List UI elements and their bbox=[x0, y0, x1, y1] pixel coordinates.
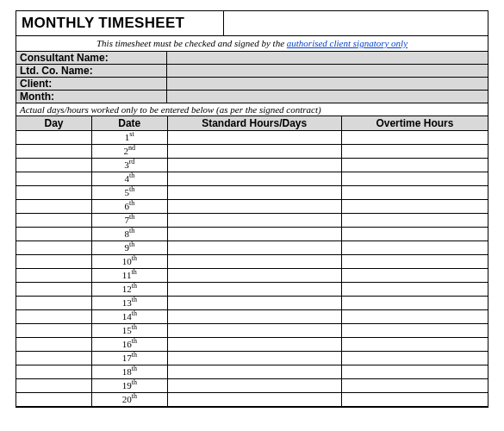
notice-link[interactable]: authorised client signatory only bbox=[287, 38, 408, 48]
cell-standard[interactable] bbox=[167, 269, 341, 283]
cell-overtime[interactable] bbox=[341, 186, 488, 200]
info-row-client: Client: bbox=[16, 78, 488, 91]
cell-standard[interactable] bbox=[167, 255, 341, 269]
cell-overtime[interactable] bbox=[341, 352, 488, 365]
cell-standard[interactable] bbox=[167, 338, 341, 352]
table-row: 16th bbox=[16, 338, 488, 352]
cell-standard[interactable] bbox=[167, 228, 341, 241]
cell-standard[interactable] bbox=[167, 365, 341, 379]
cell-day[interactable] bbox=[16, 379, 92, 393]
cell-overtime[interactable] bbox=[341, 228, 488, 241]
cell-date: 17th bbox=[92, 352, 168, 365]
cell-standard[interactable] bbox=[167, 145, 341, 159]
cell-standard[interactable] bbox=[167, 186, 341, 200]
timesheet-table: Day Date Standard Hours/Days Overtime Ho… bbox=[16, 116, 488, 407]
cell-date: 11th bbox=[92, 269, 168, 283]
cell-day[interactable] bbox=[16, 145, 92, 159]
ltdco-label: Ltd. Co. Name: bbox=[16, 65, 167, 77]
cell-standard[interactable] bbox=[167, 393, 341, 407]
table-row: 3rd bbox=[16, 159, 488, 172]
cell-overtime[interactable] bbox=[341, 283, 488, 297]
cell-overtime[interactable] bbox=[341, 393, 488, 407]
cell-day[interactable] bbox=[16, 365, 92, 379]
cell-date: 5th bbox=[92, 186, 168, 200]
cell-standard[interactable] bbox=[167, 283, 341, 297]
cell-overtime[interactable] bbox=[341, 200, 488, 214]
cell-date: 13th bbox=[92, 297, 168, 310]
cell-day[interactable] bbox=[16, 214, 92, 228]
cell-date: 3rd bbox=[92, 159, 168, 172]
cell-overtime[interactable] bbox=[341, 310, 488, 324]
cell-standard[interactable] bbox=[167, 352, 341, 365]
notice-plain: This timesheet must be checked and signe… bbox=[96, 38, 287, 48]
cell-day[interactable] bbox=[16, 200, 92, 214]
cell-standard[interactable] bbox=[167, 241, 341, 255]
cell-standard[interactable] bbox=[167, 297, 341, 310]
cell-day[interactable] bbox=[16, 352, 92, 365]
cell-overtime[interactable] bbox=[341, 324, 488, 338]
cell-overtime[interactable] bbox=[341, 159, 488, 172]
client-value[interactable] bbox=[167, 78, 488, 90]
month-label: Month: bbox=[16, 91, 167, 103]
month-value[interactable] bbox=[167, 91, 488, 103]
cell-day[interactable] bbox=[16, 283, 92, 297]
cell-overtime[interactable] bbox=[341, 379, 488, 393]
cell-overtime[interactable] bbox=[341, 145, 488, 159]
instruction-text: Actual days/hours worked only to be ente… bbox=[16, 103, 488, 116]
table-row: 14th bbox=[16, 310, 488, 324]
info-row-month: Month: bbox=[16, 91, 488, 103]
table-row: 6th bbox=[16, 200, 488, 214]
table-row: 19th bbox=[16, 379, 488, 393]
cell-day[interactable] bbox=[16, 269, 92, 283]
cell-standard[interactable] bbox=[167, 324, 341, 338]
cell-overtime[interactable] bbox=[341, 214, 488, 228]
cell-date: 9th bbox=[92, 241, 168, 255]
cell-day[interactable] bbox=[16, 172, 92, 186]
notice-text: This timesheet must be checked and signe… bbox=[16, 36, 488, 52]
cell-day[interactable] bbox=[16, 324, 92, 338]
consultant-value[interactable] bbox=[167, 52, 488, 64]
ltdco-value[interactable] bbox=[167, 65, 488, 77]
cell-overtime[interactable] bbox=[341, 338, 488, 352]
table-row: 4th bbox=[16, 172, 488, 186]
cell-standard[interactable] bbox=[167, 159, 341, 172]
cell-date: 10th bbox=[92, 255, 168, 269]
table-row: 20th bbox=[16, 393, 488, 407]
cell-date: 6th bbox=[92, 200, 168, 214]
cell-day[interactable] bbox=[16, 310, 92, 324]
cell-day[interactable] bbox=[16, 255, 92, 269]
table-row: 11th bbox=[16, 269, 488, 283]
cell-date: 18th bbox=[92, 365, 168, 379]
cell-date: 16th bbox=[92, 338, 168, 352]
cell-day[interactable] bbox=[16, 297, 92, 310]
table-row: 17th bbox=[16, 352, 488, 365]
title-blank bbox=[224, 11, 488, 35]
cell-overtime[interactable] bbox=[341, 172, 488, 186]
cell-overtime[interactable] bbox=[341, 269, 488, 283]
cell-day[interactable] bbox=[16, 393, 92, 407]
cell-day[interactable] bbox=[16, 228, 92, 241]
cell-overtime[interactable] bbox=[341, 131, 488, 145]
cell-overtime[interactable] bbox=[341, 255, 488, 269]
table-row: 8th bbox=[16, 228, 488, 241]
cell-date: 4th bbox=[92, 172, 168, 186]
header-date: Date bbox=[92, 116, 168, 131]
timesheet-document: MONTHLY TIMESHEET This timesheet must be… bbox=[16, 10, 488, 408]
cell-day[interactable] bbox=[16, 159, 92, 172]
cell-standard[interactable] bbox=[167, 200, 341, 214]
table-row: 13th bbox=[16, 297, 488, 310]
cell-standard[interactable] bbox=[167, 379, 341, 393]
cell-standard[interactable] bbox=[167, 172, 341, 186]
cell-standard[interactable] bbox=[167, 131, 341, 145]
cell-day[interactable] bbox=[16, 186, 92, 200]
cell-date: 7th bbox=[92, 214, 168, 228]
cell-day[interactable] bbox=[16, 338, 92, 352]
info-row-ltdco: Ltd. Co. Name: bbox=[16, 65, 488, 78]
cell-day[interactable] bbox=[16, 131, 92, 145]
cell-overtime[interactable] bbox=[341, 365, 488, 379]
cell-standard[interactable] bbox=[167, 310, 341, 324]
cell-standard[interactable] bbox=[167, 214, 341, 228]
cell-overtime[interactable] bbox=[341, 297, 488, 310]
cell-overtime[interactable] bbox=[341, 241, 488, 255]
cell-day[interactable] bbox=[16, 241, 92, 255]
